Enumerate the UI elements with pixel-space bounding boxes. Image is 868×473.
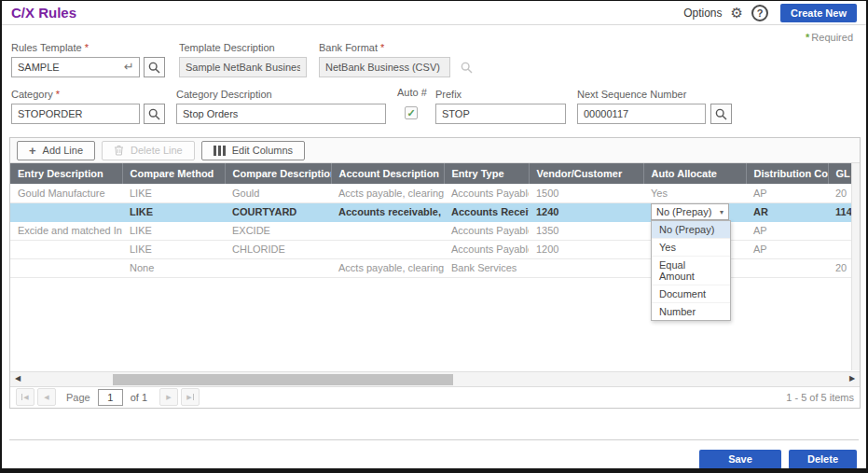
cell: 1500 [529,184,643,202]
top-bar: C/X Rules Options ⚙ ? Create New [2,1,866,25]
table-row-selected[interactable]: LIKE COURTYARD Accounts receivable, ... … [10,202,851,221]
column-header-entry-description[interactable]: Entry Description [10,163,122,184]
help-icon[interactable]: ? [751,5,768,21]
columns-icon [214,146,226,156]
dropdown-option[interactable]: No (Prepay) [652,221,730,239]
cell: Gould [225,184,331,202]
cell: Bank Services [444,258,529,277]
cell [10,258,122,277]
page-number-input[interactable] [98,389,123,406]
cell: Gould Manufacture [10,184,122,202]
auto-number-checkbox[interactable]: ✓ [405,106,418,119]
auto-number-label: Auto # [397,87,427,98]
dropdown-option[interactable]: Number [652,303,730,320]
left-arrow-icon: ◀ [23,394,28,401]
search-icon [715,108,727,120]
column-header-entry-type[interactable]: Entry Type [444,163,529,184]
dropdown-option[interactable]: Equal Amount [652,257,730,285]
right-arrow-icon: ▶ [166,394,171,401]
horizontal-scrollbar-thumb[interactable] [113,374,453,385]
bank-format-search-button [456,57,477,77]
column-header-auto-allocate[interactable]: Auto Allocate [643,163,746,184]
chevron-down-icon: ▾ [720,208,723,216]
cell: None [122,258,225,277]
column-header-account-description[interactable]: Account Description [331,163,444,184]
add-line-button[interactable]: + Add Line [17,141,95,160]
cell: 1240 [529,202,643,221]
category-input[interactable] [11,104,140,124]
template-description-input [179,57,307,77]
dropdown-option[interactable]: Document [652,285,730,303]
left-arrow-icon: ◀ [44,394,48,401]
cell: Yes [643,184,746,202]
gear-icon[interactable]: ⚙ [731,6,743,20]
previous-page-button[interactable]: ◀ [37,388,56,406]
column-header-gl-account[interactable]: GL Ac [828,163,851,184]
dropdown-option[interactable]: Yes [652,239,730,257]
rules-template-input[interactable] [11,57,140,77]
items-count-label: 1 - 5 of 5 items [786,392,854,403]
last-page-bar-icon [193,394,194,400]
column-header-vendor-customer[interactable]: Vendor/Customer [529,163,643,184]
horizontal-scrollbar[interactable]: ◀ ▶ [10,371,860,386]
category-description-input[interactable] [176,104,386,124]
cell: Excide and matched Inv... [10,221,122,240]
trash-icon [114,145,124,156]
required-asterisk: * [85,42,89,53]
search-icon [461,62,473,74]
cell: Accounts Payable [444,184,529,202]
cell: COURTYARD [225,202,331,221]
next-sequence-number-label: Next Sequence Number [577,89,686,100]
cell: AP [746,184,828,202]
table-row[interactable]: Gould Manufacture LIKE Gould Accts payab… [10,184,851,202]
cell [529,258,643,277]
next-sequence-number-search-button[interactable] [710,104,732,124]
cell [10,240,122,258]
delete-line-button[interactable]: Delete Line [102,141,195,160]
plus-icon: + [29,145,36,157]
rules-form: Rules Template* ↵ Template Description B… [2,25,866,135]
edit-columns-button[interactable]: Edit Columns [201,141,305,160]
save-button[interactable]: Save [699,450,781,469]
cell [331,221,444,240]
auto-allocate-dropdown[interactable]: No (Prepay) ▾ [651,203,729,220]
column-header-compare-description[interactable]: Compare Description [225,163,331,184]
cell [331,240,444,258]
category-search-button[interactable] [144,104,165,124]
pagination-bar: ◀ ◀ Page of 1 ▶ ▶ 1 - 5 of 5 items [10,386,860,408]
cell: LIKE [122,221,225,240]
template-description-label: Template Description [179,42,275,53]
scroll-right-icon[interactable]: ▶ [845,371,860,386]
category-description-label: Category Description [176,89,272,100]
cell: AP [746,221,828,240]
check-icon: ✓ [406,107,415,119]
search-icon [148,108,160,120]
cell: 20 [828,258,851,277]
page-title: C/X Rules [11,5,76,21]
first-page-bar-icon [21,394,22,400]
table-header-row: Entry Description Compare Method Compare… [10,163,851,184]
next-sequence-number-input[interactable] [577,104,706,124]
cell: Accounts Receiva... [444,202,529,221]
create-new-button[interactable]: Create New [780,4,857,22]
rules-template-search-button[interactable] [144,57,165,77]
cell: Accounts Payable [444,221,529,240]
category-label: Category* [11,89,60,100]
delete-button[interactable]: Delete [789,450,857,469]
last-page-button[interactable]: ▶ [181,388,200,406]
next-page-button[interactable]: ▶ [159,388,178,406]
first-page-button[interactable]: ◀ [16,388,34,406]
cell: Accts payable, clearing [331,184,444,202]
dropdown-selected-value: No (Prepay) [656,206,711,217]
options-button[interactable]: Options [683,7,722,20]
scroll-left-icon[interactable]: ◀ [10,371,25,386]
auto-allocate-dropdown-list: No (Prepay) Yes Equal Amount Document Nu… [651,220,731,321]
cell: 20 [828,184,851,202]
prefix-input[interactable] [435,104,566,124]
required-asterisk: * [56,89,60,100]
vertical-scrollbar[interactable] [851,163,860,370]
grid-toolbar: + Add Line Delete Line Edit Columns [10,138,860,163]
column-header-compare-method[interactable]: Compare Method [122,163,225,184]
cell: Accounts receivable, ... [331,202,444,221]
column-header-distribution-co[interactable]: Distribution Co... [746,163,828,184]
